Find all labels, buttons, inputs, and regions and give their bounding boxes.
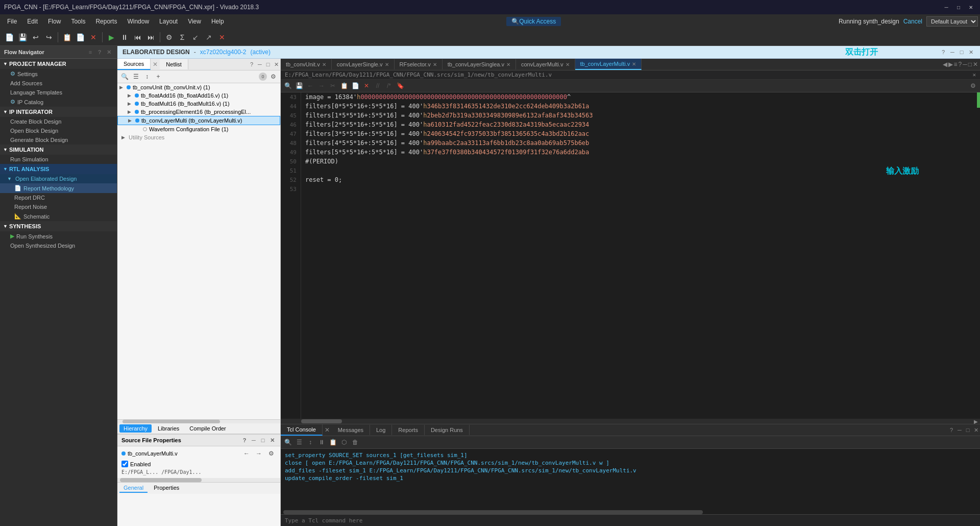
tree-item-tb-floatadd[interactable]: ▶ tb_floatAdd16 (tb_floatAdd16.v) (1) <box>117 91 280 100</box>
console-copy[interactable]: 📋 <box>328 437 338 447</box>
sources-minimize[interactable]: ─ <box>256 60 264 68</box>
nav-schematic[interactable]: 📐 Schematic <box>0 211 117 221</box>
download-button[interactable]: ↙ <box>189 31 202 43</box>
search-btn[interactable]: 🔍 <box>119 71 130 82</box>
ed-block-comment[interactable]: /* <box>384 81 394 91</box>
add-btn[interactable]: + <box>153 71 163 82</box>
tab-tb-convlayermulti[interactable]: tb_convLayerMulti.v ✕ <box>575 59 642 70</box>
nav-report-noise[interactable]: Report Noise <box>0 202 117 211</box>
tree-item-tb-floatmult[interactable]: ▶ tb_floatMult16 (tb_floatMult16.v) (1) <box>117 100 280 108</box>
nav-report-drc[interactable]: Report DRC <box>0 193 117 202</box>
tabs-prev[interactable]: ◀ <box>943 61 947 68</box>
sum-button[interactable]: Σ <box>176 31 188 43</box>
step-back-button[interactable]: ⏮ <box>132 31 144 43</box>
copy-button[interactable]: 📋 <box>61 31 73 43</box>
console-sort[interactable]: ↕ <box>305 437 315 447</box>
tab-close-5[interactable]: ✕ <box>566 62 570 67</box>
tabs-help[interactable]: ? <box>959 61 962 68</box>
sfp-general-tab[interactable]: General <box>119 484 148 493</box>
ed-cut[interactable]: ✂ <box>328 81 338 91</box>
run-button[interactable]: ▶ <box>105 31 117 43</box>
menu-view[interactable]: View <box>183 14 206 29</box>
tabs-close[interactable]: ✕ <box>973 61 978 68</box>
menu-window[interactable]: Window <box>122 14 154 29</box>
nav-language-templates[interactable]: Language Templates <box>0 88 117 97</box>
paste-button[interactable]: 📄 <box>74 31 86 43</box>
ed-gear[interactable]: ⚙ <box>968 81 978 91</box>
code-hscrollbar[interactable]: ▶ <box>281 419 980 424</box>
flow-nav-help[interactable]: ? <box>95 48 104 56</box>
sort-btn[interactable]: ↕ <box>142 71 152 82</box>
quick-access-bar[interactable]: 🔍 Quick Access <box>506 17 561 26</box>
console-clear[interactable]: 🗑 <box>350 437 360 447</box>
sources-maximize[interactable]: □ <box>264 60 272 68</box>
compile-order-tab[interactable]: Compile Order <box>185 424 230 433</box>
tree-item-tb-processing[interactable]: ▶ tb_processingElement16 (tb_processingE… <box>117 108 280 116</box>
bottom-close[interactable]: ✕ <box>972 426 980 434</box>
elab-close[interactable]: ✕ <box>967 48 975 56</box>
sfp-maximize[interactable]: □ <box>259 436 267 444</box>
filter-btn[interactable]: ☰ <box>131 71 141 82</box>
sfp-close[interactable]: ✕ <box>268 436 276 444</box>
tab-close-6[interactable]: ✕ <box>632 61 636 67</box>
settings-button[interactable]: ⚙ <box>163 31 175 43</box>
sources-scrollbar[interactable] <box>117 419 280 423</box>
sources-gear[interactable]: ⚙ <box>268 71 278 82</box>
sfp-arrow-right[interactable]: → <box>254 448 264 459</box>
console-export[interactable]: ⬡ <box>339 437 349 447</box>
bottom-maximize[interactable]: □ <box>964 426 972 434</box>
tree-item-tb-convlayer[interactable]: ▶ tb_convLayerMulti (tb_convLayerMulti.v… <box>117 116 280 125</box>
rtl-analysis-header[interactable]: ▼ RTL ANALYSIS <box>0 164 117 174</box>
sources-help[interactable]: ? <box>248 60 256 68</box>
menu-flow[interactable]: Flow <box>43 14 66 29</box>
sources-tab[interactable]: Sources <box>117 59 151 70</box>
ed-fwd[interactable]: → <box>316 81 327 91</box>
nav-create-block-design[interactable]: Create Block Design <box>0 117 117 126</box>
redo-button[interactable]: ↪ <box>43 31 55 43</box>
nav-generate-block-design[interactable]: Generate Block Design <box>0 135 117 145</box>
delete-button[interactable]: ✕ <box>87 31 100 43</box>
tree-item-tb-convunit[interactable]: ▶ tb_convUnit (tb_convUnit.v) (1) <box>117 83 280 91</box>
tab-close-3[interactable]: ✕ <box>433 62 437 67</box>
tab-log[interactable]: Log <box>370 425 392 435</box>
flow-nav-pin[interactable]: ≡ <box>86 48 94 56</box>
sfp-properties-tab[interactable]: Properties <box>150 484 183 493</box>
ed-copy[interactable]: 📋 <box>339 81 349 91</box>
ed-back[interactable]: ← <box>305 81 315 91</box>
step-fwd-button[interactable]: ⏭ <box>145 31 157 43</box>
nav-run-simulation[interactable]: Run Simulation <box>0 155 117 164</box>
tab-tcl-console[interactable]: Tcl Console <box>281 424 323 436</box>
libraries-tab[interactable]: Libraries <box>154 424 183 433</box>
nav-add-sources[interactable]: Add Sources <box>0 79 117 88</box>
cancel-x-button[interactable]: ✕ <box>216 31 228 43</box>
console-pause[interactable]: ⏸ <box>316 437 327 447</box>
project-manager-header[interactable]: ▼ PROJECT MANAGER <box>0 59 117 69</box>
tab-tb-convunit[interactable]: tb_convUnit.v ✕ <box>281 59 332 69</box>
console-filter[interactable]: ☰ <box>294 437 304 447</box>
nav-open-block-design[interactable]: Open Block Design <box>0 126 117 135</box>
ed-comment[interactable]: // <box>373 81 383 91</box>
bottom-help[interactable]: ? <box>947 426 955 434</box>
tab-close-4[interactable]: ✕ <box>506 62 510 67</box>
menu-help[interactable]: Help <box>206 14 229 29</box>
menu-layout[interactable]: Layout <box>154 14 183 29</box>
save-button[interactable]: 💾 <box>16 31 29 43</box>
tab-reports[interactable]: Reports <box>392 425 425 435</box>
sfp-minimize[interactable]: ─ <box>250 436 258 444</box>
tab-rfselector[interactable]: RFselector.v ✕ <box>395 59 443 69</box>
synthesis-header[interactable]: ▼ SYNTHESIS <box>0 221 117 231</box>
sfp-arrow-left[interactable]: ← <box>241 448 252 459</box>
bottom-minimize[interactable]: ─ <box>955 426 964 434</box>
netlist-tab[interactable]: Netlist <box>160 59 188 69</box>
nav-run-synthesis[interactable]: ▶ Run Synthesis <box>0 231 117 241</box>
tabs-list[interactable]: ≡ <box>954 61 958 68</box>
sfp-gear[interactable]: ⚙ <box>266 448 276 459</box>
menu-edit[interactable]: Edit <box>22 14 43 29</box>
hierarchy-tab[interactable]: Hierarchy <box>119 424 152 433</box>
upload-button[interactable]: ↗ <box>203 31 215 43</box>
code-editor[interactable]: 43 44 45 46 47 48 49 50 51 52 53 <box>281 92 980 419</box>
tab-close-2[interactable]: ✕ <box>385 62 389 67</box>
cancel-button[interactable]: Cancel <box>903 18 922 25</box>
flow-nav-close[interactable]: ✕ <box>105 48 113 56</box>
menu-file[interactable]: File <box>2 14 22 29</box>
